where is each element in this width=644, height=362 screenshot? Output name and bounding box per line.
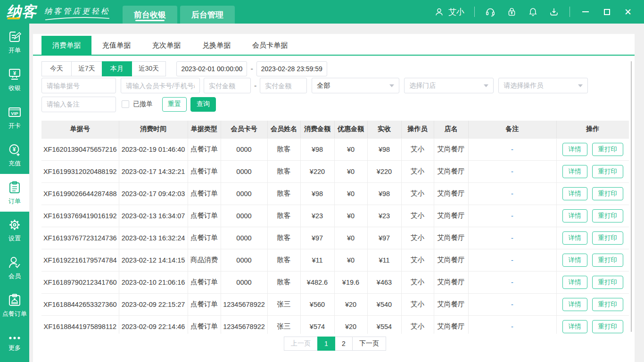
reprint-button[interactable]: 重打印 bbox=[592, 187, 624, 200]
tab-consume-orders[interactable]: 消费单据 bbox=[41, 36, 91, 55]
next-page-button[interactable]: 下一页 bbox=[352, 337, 386, 351]
cell-time: 2023-02-17 14:32:21 bbox=[119, 160, 188, 182]
page-button-1[interactable]: 1 bbox=[317, 337, 335, 351]
cell-type: 点餐订单 bbox=[188, 271, 221, 293]
quick-range-button-2[interactable]: 本月 bbox=[102, 61, 132, 76]
cell-actions: 详情重打印 bbox=[556, 249, 629, 271]
cell-card-no: 0000 bbox=[221, 205, 267, 227]
tab-member-card-orders[interactable]: 会员卡单据 bbox=[241, 36, 298, 55]
detail-button[interactable]: 详情 bbox=[562, 231, 587, 245]
bill-pen-icon bbox=[8, 30, 22, 44]
table-row: XF161884426533273602023-02-09 22:15:27点餐… bbox=[41, 293, 629, 315]
maximize-button[interactable] bbox=[601, 6, 612, 17]
support-headset-icon[interactable] bbox=[485, 6, 496, 17]
detail-button[interactable]: 详情 bbox=[562, 320, 587, 333]
sidebar-item-orders[interactable]: 订单 bbox=[0, 174, 29, 212]
date-to-input[interactable] bbox=[256, 61, 327, 76]
date-from-input[interactable] bbox=[176, 61, 247, 76]
reprint-button[interactable]: 重打印 bbox=[592, 298, 624, 311]
search-button[interactable]: 查询 bbox=[190, 97, 216, 112]
top-right-area: 艾小 bbox=[433, 6, 644, 17]
sidebar-item-settings[interactable]: 设置 bbox=[0, 212, 29, 249]
document-tabs: 消费单据 充值单据 充次单据 兑换单据 会员卡单据 bbox=[33, 36, 635, 56]
cell-member-name: 张三 bbox=[267, 293, 300, 315]
orders-table-wrap: 单据号消费时间单据类型会员卡号会员姓名消费金额优惠金额实收操作员店名备注操作 X… bbox=[41, 121, 629, 334]
chevron-down-icon bbox=[389, 84, 394, 87]
amount-min-input[interactable] bbox=[204, 78, 251, 93]
cell-store: 艾尚餐厅 bbox=[434, 227, 468, 249]
detail-button[interactable]: 详情 bbox=[562, 143, 587, 156]
cell-store: 艾尚餐厅 bbox=[434, 315, 468, 334]
cell-paid: ¥97 bbox=[367, 227, 401, 249]
reprint-button[interactable]: 重打印 bbox=[592, 276, 624, 289]
store-select[interactable]: 选择门店 bbox=[404, 78, 494, 93]
sidebar-item-open-bill[interactable]: 开单 bbox=[0, 24, 29, 61]
detail-button[interactable]: 详情 bbox=[562, 298, 587, 311]
tab-times-orders[interactable]: 充次单据 bbox=[141, 36, 191, 55]
detail-button[interactable]: 详情 bbox=[562, 254, 587, 267]
detail-button[interactable]: 详情 bbox=[562, 165, 587, 178]
cell-store: 艾尚餐厅 bbox=[434, 271, 468, 293]
cell-discount: ¥0 bbox=[334, 182, 367, 205]
column-header-7: 实收 bbox=[367, 121, 401, 138]
detail-button[interactable]: 详情 bbox=[562, 276, 587, 289]
reprint-button[interactable]: 重打印 bbox=[592, 254, 624, 267]
column-header-9: 店名 bbox=[434, 121, 468, 138]
quick-range-button-1[interactable]: 近7天 bbox=[71, 61, 102, 76]
page-buttons: 12 bbox=[318, 337, 353, 351]
notification-bell-icon[interactable] bbox=[527, 6, 538, 17]
reprint-button[interactable]: 重打印 bbox=[592, 320, 624, 333]
sidebar-item-cashier[interactable]: ¥ 收银 bbox=[0, 61, 29, 99]
cell-type: 商品消费 bbox=[188, 249, 221, 271]
cancelled-checkbox[interactable] bbox=[122, 100, 129, 108]
sidebar-item-members[interactable]: 会员 bbox=[0, 249, 29, 287]
cell-amount: ¥98 bbox=[300, 138, 334, 160]
close-button[interactable]: ✕ bbox=[622, 6, 634, 17]
cell-time: 2023-02-10 21:06:16 bbox=[119, 271, 188, 293]
sidebar-item-vip-card[interactable]: VIP 开卡 bbox=[0, 99, 29, 137]
cell-discount: ¥20 bbox=[334, 293, 367, 315]
minimize-button[interactable] bbox=[580, 6, 591, 17]
prev-page-button[interactable]: 上一页 bbox=[284, 337, 318, 351]
nav-tab-back-admin[interactable]: 后台管理 bbox=[180, 6, 235, 24]
tab-exchange-orders[interactable]: 兑换单据 bbox=[191, 36, 241, 55]
detail-button[interactable]: 详情 bbox=[562, 187, 587, 200]
sidebar-item-recharge[interactable]: ¥ 充值 bbox=[0, 136, 29, 174]
cell-actions: 详情重打印 bbox=[556, 315, 629, 334]
operator-select[interactable]: 请选择操作员 bbox=[498, 78, 588, 93]
reprint-button[interactable]: 重打印 bbox=[592, 231, 624, 245]
table-row: XF161937694190161922023-02-13 16:34:07点餐… bbox=[41, 205, 629, 227]
vertical-scrollbar[interactable] bbox=[631, 61, 632, 332]
download-icon[interactable] bbox=[548, 6, 560, 17]
cell-paid: ¥98 bbox=[367, 182, 401, 205]
divider bbox=[570, 7, 570, 17]
page-button-2[interactable]: 2 bbox=[335, 337, 353, 351]
type-select[interactable]: 全部 bbox=[312, 78, 399, 93]
cell-store: 艾尚餐厅 bbox=[434, 182, 468, 205]
brand: 纳客 纳客管店更轻松 bbox=[7, 0, 110, 24]
cell-type: 点餐订单 bbox=[188, 182, 221, 205]
nav-tab-front-cashier[interactable]: 前台收银 bbox=[123, 6, 177, 24]
amount-max-input[interactable] bbox=[260, 78, 307, 93]
tab-recharge-orders[interactable]: 充值单据 bbox=[91, 36, 141, 55]
reprint-button[interactable]: 重打印 bbox=[592, 209, 624, 222]
cell-discount: ¥0 bbox=[334, 227, 367, 249]
lock-screen-icon[interactable] bbox=[506, 6, 517, 17]
cell-store: 艾尚餐厅 bbox=[434, 293, 468, 315]
sidebar-item-food-orders[interactable]: 点餐订单 bbox=[0, 287, 29, 324]
reset-button[interactable]: 重置 bbox=[162, 97, 187, 112]
member-search-input[interactable] bbox=[121, 78, 200, 93]
user-info[interactable]: 艾小 bbox=[433, 6, 464, 17]
orders-clipboard-icon bbox=[8, 181, 22, 195]
quick-range-button-3[interactable]: 近30天 bbox=[132, 61, 166, 76]
cell-card-no: 12345678922 bbox=[221, 293, 267, 315]
sidebar-item-more[interactable]: 更多 bbox=[0, 324, 29, 362]
reprint-button[interactable]: 重打印 bbox=[592, 165, 624, 178]
remark-input[interactable] bbox=[41, 97, 116, 112]
quick-range-button-0[interactable]: 今天 bbox=[41, 61, 72, 76]
reprint-button[interactable]: 重打印 bbox=[592, 143, 624, 156]
detail-button[interactable]: 详情 bbox=[562, 209, 587, 222]
cell-operator: 艾小 bbox=[401, 138, 434, 160]
order-no-input[interactable] bbox=[41, 78, 116, 93]
table-row: XF162013904756572162023-02-19 01:46:40点餐… bbox=[41, 138, 629, 160]
